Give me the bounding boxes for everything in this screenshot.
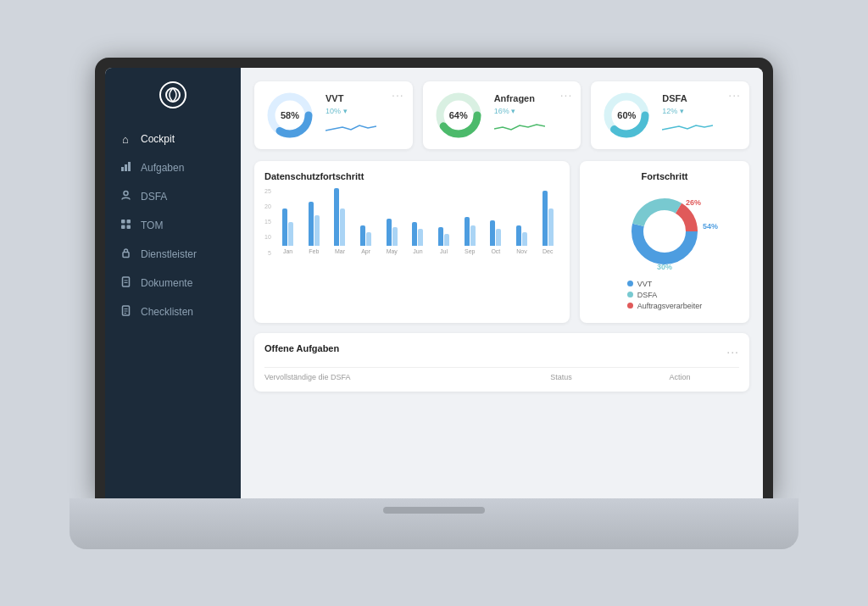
- anfragen-title: Anfragen: [494, 93, 545, 103]
- bar-feb: Feb: [302, 202, 326, 254]
- svg-point-0: [166, 88, 180, 102]
- dsfa-kpi-title: DSFA: [662, 93, 713, 103]
- sidebar-item-tom[interactable]: TOM: [105, 211, 241, 240]
- legend-auftragsverarbeiter: Auftragsverarbeiter: [627, 302, 703, 310]
- legend-dsfa: DSFA: [627, 291, 703, 299]
- tasks-dots[interactable]: ···: [726, 345, 739, 359]
- laptop-screen: ⌂ Cockpit Aufgaben: [95, 58, 773, 498]
- bar-dec: Dec: [536, 191, 559, 254]
- tasks-header: Offene Aufgaben ···: [264, 343, 739, 360]
- anfragen-percent: 64%: [449, 110, 468, 120]
- svg-rect-10: [122, 277, 129, 286]
- svg-rect-2: [125, 164, 127, 171]
- laptop-base: [70, 498, 798, 549]
- checklist-icon: [119, 305, 132, 319]
- datenschutz-section: Datenschutzfortschritt 25 20 15 10 5: [254, 161, 570, 323]
- bar-sep: Sep: [458, 217, 481, 254]
- svg-rect-8: [126, 225, 131, 229]
- sidebar-item-dsfa[interactable]: DSFA: [105, 182, 241, 211]
- anfragen-trend: 16% ▾: [494, 107, 545, 115]
- tasks-title: Offene Aufgaben: [264, 343, 339, 353]
- svg-point-26: [646, 213, 683, 250]
- home-icon: ⌂: [119, 133, 132, 146]
- vvt-donut: 58%: [264, 90, 315, 141]
- sidebar-item-aufgaben[interactable]: Aufgaben: [105, 153, 241, 182]
- col-header-task: Vervollständige die DSFA: [264, 373, 502, 381]
- anfragen-donut: 64%: [433, 90, 484, 141]
- middle-row: Datenschutzfortschritt 25 20 15 10 5: [254, 161, 749, 323]
- bar-oct: Oct: [484, 220, 508, 254]
- svg-rect-7: [121, 225, 125, 229]
- main-content: ··· 58% VVT 10% ▾: [241, 68, 763, 498]
- y-axis: 25 20 15 10 5: [264, 188, 275, 256]
- bar-jun: Jun: [406, 222, 430, 254]
- fortschritt-section: Fortschritt 54%: [580, 161, 749, 323]
- svg-rect-3: [128, 162, 131, 171]
- vvt-title: VVT: [326, 93, 376, 103]
- svg-rect-5: [121, 220, 125, 224]
- logo-icon: [159, 81, 186, 108]
- kpi-vvt-dots[interactable]: ···: [392, 88, 404, 102]
- sidebar-item-dienstleister[interactable]: Dienstleister: [105, 240, 241, 269]
- dsfa-percent: 60%: [617, 110, 636, 120]
- col-header-action: Action: [620, 373, 739, 381]
- tasks-section: Offene Aufgaben ··· Vervollständige die …: [254, 333, 749, 392]
- fortschritt-legend: VVT DSFA Auftragsverarbeiter: [627, 280, 703, 313]
- datenschutz-title: Datenschutzfortschritt: [264, 171, 559, 181]
- kpi-card-vvt: ··· 58% VVT 10% ▾: [254, 81, 413, 149]
- bar-jan: Jan: [276, 208, 300, 254]
- document-icon: [119, 276, 132, 290]
- fortschritt-title: Fortschritt: [590, 171, 739, 181]
- tasks-columns: Vervollständige die DSFA Status Action: [264, 367, 739, 381]
- fortschritt-dsfa-label: 30%: [657, 263, 672, 271]
- kpi-card-dsfa: ··· 60% DSFA 12% ▾: [591, 81, 749, 149]
- sidebar: ⌂ Cockpit Aufgaben: [105, 68, 241, 498]
- svg-point-4: [124, 191, 128, 195]
- col-header-status: Status: [502, 373, 620, 381]
- legend-vvt: VVT: [627, 280, 703, 288]
- bar-jul: Jul: [432, 227, 456, 254]
- screen-content: ⌂ Cockpit Aufgaben: [105, 68, 763, 498]
- fortschritt-vvt-label: 54%: [703, 222, 718, 231]
- svg-rect-6: [126, 220, 131, 224]
- bar-apr: Apr: [354, 225, 378, 254]
- svg-rect-9: [123, 252, 129, 257]
- svg-rect-1: [121, 167, 124, 171]
- laptop-wrapper: ⌂ Cockpit Aufgaben: [70, 58, 798, 549]
- sidebar-logo: [105, 81, 241, 108]
- bar-mar: Mar: [328, 188, 352, 254]
- sidebar-item-dokumente[interactable]: Dokumente: [105, 269, 241, 297]
- bar-may: May: [380, 219, 403, 254]
- lock-icon: [119, 247, 132, 261]
- vvt-trend: 10% ▾: [326, 107, 376, 115]
- sidebar-item-checklisten[interactable]: Checklisten: [105, 297, 241, 326]
- kpi-anfragen-dots[interactable]: ···: [560, 88, 573, 102]
- vvt-percent: 58%: [281, 110, 299, 120]
- fortschritt-donut: 54% 30% 26%: [626, 193, 703, 270]
- user-icon: [119, 190, 132, 203]
- kpi-row: ··· 58% VVT 10% ▾: [254, 81, 749, 149]
- dsfa-trend: 12% ▾: [662, 107, 713, 115]
- bar-chart: Jan Feb: [276, 188, 559, 256]
- chart-icon: [119, 161, 132, 175]
- bar-nov: Nov: [510, 225, 534, 254]
- fortschritt-auftrag-label: 26%: [686, 198, 701, 207]
- grid-icon: [119, 219, 132, 232]
- dsfa-donut: 60%: [601, 90, 652, 141]
- kpi-dsfa-dots[interactable]: ···: [728, 88, 741, 102]
- kpi-card-anfragen: ··· 64% Anfragen 16% ▾: [423, 81, 581, 149]
- sidebar-item-cockpit[interactable]: ⌂ Cockpit: [105, 125, 241, 153]
